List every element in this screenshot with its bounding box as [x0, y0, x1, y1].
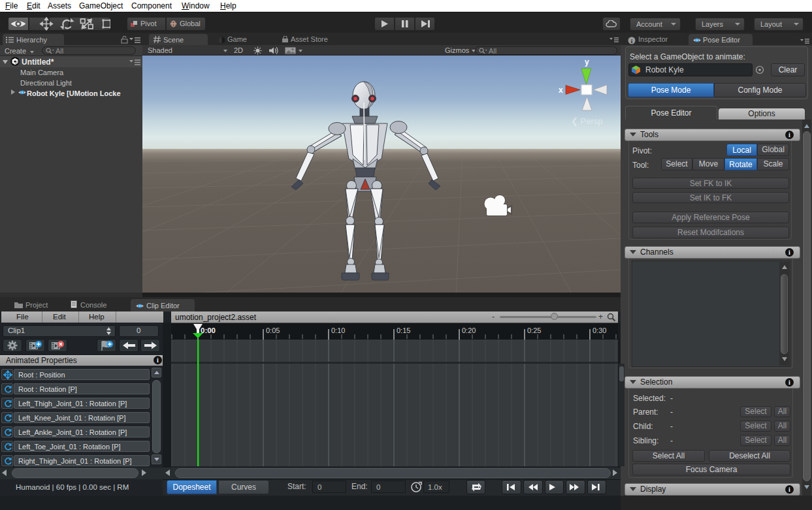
svg-text:x: x: [559, 86, 563, 95]
svg-text:y: y: [585, 57, 589, 67]
svg-text:❮ Persp: ❮ Persp: [571, 116, 602, 127]
svg-text:0:05: 0:05: [266, 327, 280, 334]
svg-text:0:15: 0:15: [397, 327, 410, 334]
svg-text:0:20: 0:20: [462, 327, 476, 334]
svg-text:0:10: 0:10: [331, 327, 345, 334]
svg-text:0:30: 0:30: [593, 327, 606, 334]
svg-text:0:25: 0:25: [527, 327, 541, 334]
